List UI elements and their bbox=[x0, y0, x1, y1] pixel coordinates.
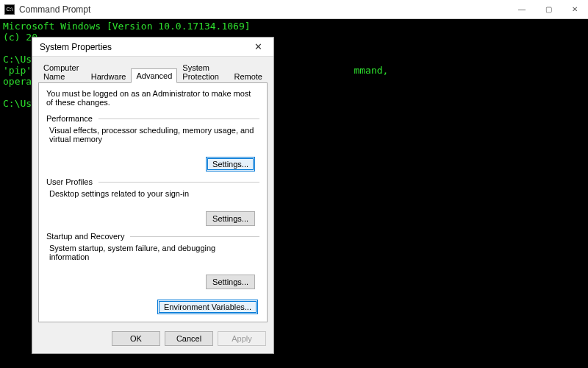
ok-button[interactable]: OK bbox=[112, 331, 160, 346]
maximize-button[interactable]: ▢ bbox=[535, 0, 562, 19]
performance-desc: Visual effects, processor scheduling, me… bbox=[49, 126, 257, 144]
startup-settings-button[interactable]: Settings... bbox=[206, 275, 255, 289]
group-user-profiles: User Profiles Desktop settings related t… bbox=[46, 177, 259, 226]
tab-hardware[interactable]: Hardware bbox=[86, 69, 132, 83]
group-startup-title: Startup and Recovery bbox=[46, 232, 259, 241]
dialog-titlebar: System Properties ✕ bbox=[32, 38, 273, 57]
group-startup-recovery: Startup and Recovery System startup, sys… bbox=[46, 232, 259, 289]
cmd-title: Command Prompt bbox=[19, 4, 90, 15]
cancel-button[interactable]: Cancel bbox=[165, 331, 213, 346]
environment-variables-button[interactable]: Environment Variables... bbox=[157, 300, 258, 314]
user-profiles-settings-button[interactable]: Settings... bbox=[206, 211, 255, 226]
tab-remote[interactable]: Remote bbox=[229, 69, 268, 83]
tab-advanced[interactable]: Advanced bbox=[131, 68, 177, 83]
cmd-icon: C:\ bbox=[4, 4, 15, 15]
tab-panel-advanced: You must be logged on as an Administrato… bbox=[38, 82, 268, 322]
tab-system-protection[interactable]: System Protection bbox=[177, 60, 229, 83]
tab-computer-name[interactable]: Computer Name bbox=[38, 60, 86, 83]
startup-desc: System startup, system failure, and debu… bbox=[49, 244, 257, 261]
apply-button[interactable]: Apply bbox=[218, 331, 266, 346]
group-performance-title: Performance bbox=[46, 114, 259, 123]
dialog-button-row: OK Cancel Apply bbox=[32, 327, 273, 353]
close-button[interactable]: ✕ bbox=[562, 0, 588, 19]
performance-settings-button[interactable]: Settings... bbox=[206, 157, 255, 171]
admin-note: You must be logged on as an Administrato… bbox=[46, 89, 259, 107]
cmd-titlebar: C:\ Command Prompt — ▢ ✕ bbox=[0, 0, 588, 19]
user-profiles-desc: Desktop settings related to your sign-in bbox=[49, 189, 257, 198]
dialog-close-button[interactable]: ✕ bbox=[247, 39, 269, 55]
minimize-button[interactable]: — bbox=[509, 0, 535, 19]
group-user-profiles-title: User Profiles bbox=[46, 177, 259, 186]
group-performance: Performance Visual effects, processor sc… bbox=[46, 114, 259, 171]
tab-strip: Computer Name Hardware Advanced System P… bbox=[32, 57, 273, 82]
dialog-title: System Properties bbox=[40, 42, 112, 52]
system-properties-dialog: System Properties ✕ Computer Name Hardwa… bbox=[32, 37, 274, 354]
